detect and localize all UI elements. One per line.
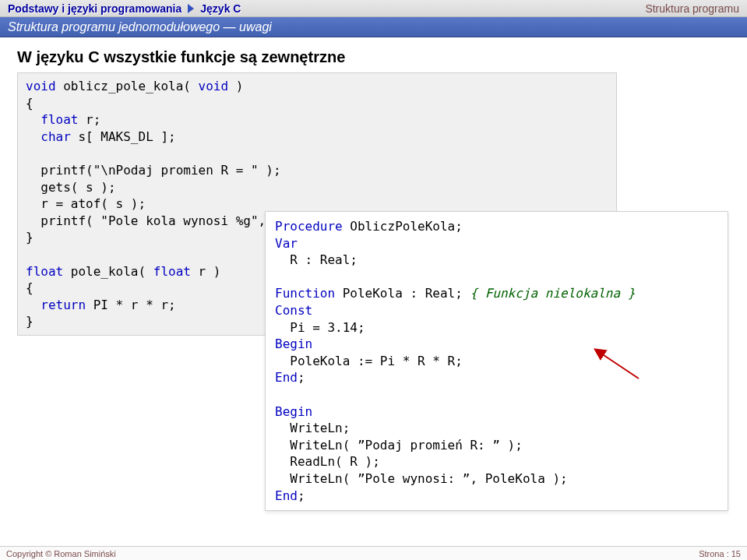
kw-end: End bbox=[275, 370, 298, 385]
code-text: gets( s ); bbox=[26, 180, 116, 195]
pascal-code-block: Procedure ObliczPoleKola; Var R : Real; … bbox=[265, 211, 728, 511]
code-text: ; bbox=[298, 488, 305, 503]
code-text: Pi = 3.14; bbox=[275, 320, 365, 335]
code-text: printf("\nPodaj promien R = " ); bbox=[26, 163, 281, 178]
code-text: } bbox=[26, 314, 33, 329]
code-text: r; bbox=[78, 112, 100, 127]
chevron-right-icon bbox=[188, 4, 194, 13]
code-text: WriteLn( ”Podaj promień R: ” ); bbox=[275, 438, 523, 453]
page-number: Strona : 15 bbox=[699, 549, 741, 558]
code-text: ) bbox=[228, 79, 243, 93]
header-section: Struktura programu bbox=[645, 2, 742, 15]
kw-float: float bbox=[41, 112, 78, 127]
kw-return: return bbox=[41, 298, 86, 312]
kw-float: float bbox=[153, 264, 191, 279]
kw-char: char bbox=[41, 129, 71, 144]
breadcrumb-1: Podstawy i języki programowania bbox=[5, 2, 185, 15]
kw-const: Const bbox=[275, 303, 312, 318]
code-text: WriteLn( ”Pole wynosi: ”, PoleKola ); bbox=[275, 471, 568, 486]
slide-subtitle: Struktura programu jednomodułowego — uwa… bbox=[0, 17, 747, 37]
kw-void: void bbox=[199, 79, 229, 93]
slide-title: W języku C wszystkie funkcje są zewnętrz… bbox=[0, 37, 747, 72]
code-text: oblicz_pole_kola( bbox=[56, 79, 199, 93]
kw-begin: Begin bbox=[275, 404, 312, 419]
code-text: ObliczPoleKola; bbox=[343, 219, 463, 234]
code-text: PoleKola := Pi * R * R; bbox=[275, 354, 463, 368]
footer: Copyright © Roman Simiński Strona : 15 bbox=[0, 546, 747, 560]
code-text: r = atof( s ); bbox=[26, 196, 146, 211]
breadcrumb-2: Język C bbox=[197, 2, 244, 15]
code-text: WriteLn; bbox=[275, 421, 350, 435]
content-area: void oblicz_pole_kola( void ) { float r;… bbox=[0, 72, 747, 336]
kw-void: void bbox=[26, 79, 56, 93]
copyright: Copyright © Roman Simiński bbox=[6, 549, 116, 558]
kw-function: Function bbox=[275, 286, 335, 301]
code-text: { bbox=[26, 280, 33, 295]
code-text: r ) bbox=[191, 264, 221, 279]
code-text: PoleKola : Real; bbox=[335, 286, 470, 301]
code-text: ; bbox=[298, 370, 305, 385]
kw-var: Var bbox=[275, 236, 298, 251]
kw-begin: Begin bbox=[275, 336, 312, 351]
code-text: ReadLn( R ); bbox=[275, 454, 380, 469]
code-text: pole_kola( bbox=[63, 264, 153, 279]
code-text: } bbox=[26, 230, 33, 245]
code-text: PI * r * r; bbox=[86, 298, 176, 312]
pascal-comment: { Funkcja nielokalna } bbox=[470, 286, 635, 301]
code-text bbox=[26, 112, 41, 127]
code-text: R : Real; bbox=[275, 252, 358, 267]
breadcrumb-bar: Podstawy i języki programowania Język C … bbox=[0, 0, 747, 17]
kw-procedure: Procedure bbox=[275, 219, 343, 234]
kw-float: float bbox=[26, 264, 63, 279]
kw-end: End bbox=[275, 488, 298, 503]
code-text: { bbox=[26, 96, 33, 111]
code-text bbox=[26, 298, 41, 312]
code-text: s[ MAKS_DL ]; bbox=[71, 129, 176, 144]
code-text bbox=[26, 129, 41, 144]
